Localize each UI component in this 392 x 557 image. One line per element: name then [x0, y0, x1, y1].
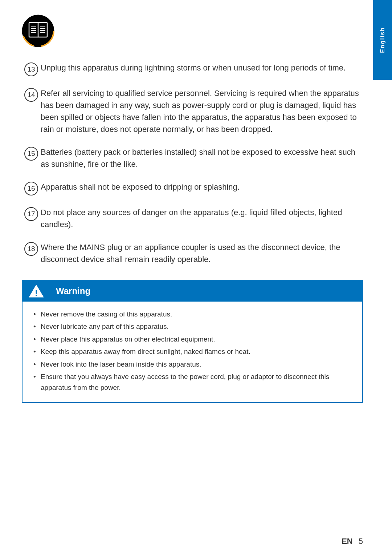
warning-title-box: Warning	[50, 280, 96, 302]
list-item: 14 Refer all servicing to qualified serv…	[22, 87, 363, 135]
warning-section: ! Warning Never remove the casing of thi…	[22, 280, 363, 403]
page: English	[0, 0, 392, 557]
item-number: 17	[22, 207, 41, 221]
item-text: Batteries (battery pack or batteries ins…	[41, 146, 363, 170]
main-content: 13 Unplug this apparatus during lightnin…	[22, 62, 363, 528]
list-item: 17 Do not place any sources of danger on…	[22, 206, 363, 230]
warning-bullets-list: Never remove the casing of this apparatu…	[33, 309, 351, 393]
warning-title: Warning	[56, 286, 90, 296]
language-tab: English	[373, 0, 392, 80]
list-item: 18 Where the MAINS plug or an appliance …	[22, 241, 363, 265]
warning-bullet: Never place this apparatus on other elec…	[33, 334, 351, 345]
svg-text:!: !	[35, 288, 37, 298]
item-number: 15	[22, 147, 41, 161]
footer: EN 5	[342, 537, 363, 546]
item-number: 14	[22, 88, 41, 102]
list-item: 16 Apparatus shall not be exposed to dri…	[22, 181, 363, 195]
logo-icon	[22, 15, 54, 47]
item-text: Apparatus shall not be exposed to drippi…	[41, 181, 363, 193]
item-text: Do not place any sources of danger on th…	[41, 206, 363, 230]
language-tab-label: English	[379, 27, 386, 53]
list-item: 15 Batteries (battery pack or batteries …	[22, 146, 363, 170]
item-number: 18	[22, 242, 41, 256]
warning-body: Never remove the casing of this apparatu…	[23, 302, 362, 402]
footer-lang: EN	[342, 537, 353, 546]
warning-bullet: Keep this apparatus away from direct sun…	[33, 346, 351, 357]
item-number: 13	[22, 62, 41, 76]
item-text: Where the MAINS plug or an appliance cou…	[41, 241, 363, 265]
warning-bullet: Never look into the laser beam inside th…	[33, 359, 351, 370]
item-number: 16	[22, 182, 41, 195]
item-text: Unplug this apparatus during lightning s…	[41, 62, 363, 74]
warning-icon-box: !	[23, 280, 50, 302]
warning-triangle-icon: !	[28, 284, 44, 298]
footer-page-number: 5	[359, 537, 363, 546]
logo-area	[22, 15, 54, 49]
warning-bullet: Never lubricate any part of this apparat…	[33, 321, 351, 332]
warning-bullet: Never remove the casing of this apparatu…	[33, 309, 351, 320]
warning-bullet: Ensure that you always have easy access …	[33, 371, 351, 393]
safety-instructions-list: 13 Unplug this apparatus during lightnin…	[22, 62, 363, 265]
warning-header: ! Warning	[23, 280, 362, 302]
list-item: 13 Unplug this apparatus during lightnin…	[22, 62, 363, 76]
item-text: Refer all servicing to qualified service…	[41, 87, 363, 135]
